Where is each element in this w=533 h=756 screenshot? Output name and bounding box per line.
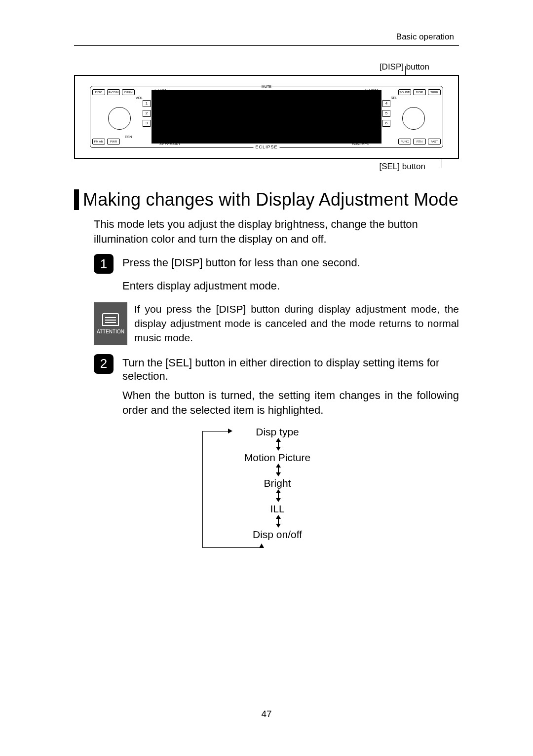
manual-page: Basic operation [DISP] button MUTE DISC …	[0, 0, 533, 756]
stereo-display-screen	[152, 90, 381, 144]
step-body: Enters display adjustment mode.	[122, 279, 459, 293]
left-rotary-knob	[108, 107, 131, 130]
mute-label: MUTE	[262, 85, 271, 88]
preset-1: 1	[143, 100, 151, 107]
stereo-faceplate-outline: MUTE DISC E-COM OPEN SOUND DISP SEEK FM …	[74, 75, 459, 159]
sound-button: SOUND	[398, 89, 411, 95]
stereo-faceplate: MUTE DISC E-COM OPEN SOUND DISP SEEK FM …	[90, 86, 443, 148]
step-1: 1 Press the [DISP] button for less than …	[94, 254, 459, 274]
step-title: Turn the [SEL] button in either directio…	[122, 354, 459, 383]
attention-badge: ATTENTION	[94, 302, 127, 345]
leader-line-sel	[442, 159, 442, 168]
callout-sel-button: [SEL] button	[74, 162, 459, 172]
vol-label: VOL	[136, 96, 143, 100]
ecom-button: E-COM	[107, 89, 120, 95]
pwr-button: PWR	[107, 139, 120, 144]
content-area: [DISP] button MUTE DISC E-COM OPEN SOUND…	[74, 59, 459, 554]
disp-button: DISP	[413, 89, 426, 95]
wma-mp3-label: WMA·MP3	[352, 142, 369, 145]
arrow-up-icon	[259, 543, 264, 548]
updown-arrow-icon	[275, 464, 281, 476]
cycle-loop-line	[202, 431, 203, 547]
func-button: FUNC	[398, 139, 411, 144]
attention-note: ATTENTION If you press the [DISP] button…	[94, 302, 459, 345]
cycle-diagram: Disp type Motion Picture Bright ILL Disp…	[202, 426, 331, 554]
seek-button: SEEK	[428, 89, 441, 95]
disc-button: DISC	[92, 89, 105, 95]
esn-label: ESN	[125, 135, 132, 139]
preset-3: 3	[143, 120, 151, 127]
cycle-item: Disp type	[233, 426, 322, 438]
cycle-item: ILL	[233, 503, 322, 515]
right-rotary-knob-sel	[402, 107, 425, 130]
ecom-brand-label: E-COM	[154, 88, 166, 92]
step-2: 2 Turn the [SEL] button in either direct…	[94, 354, 459, 383]
attention-text: If you press the [DISP] button during di…	[134, 302, 459, 345]
section-heading-row: Making changes with Display Adjustment M…	[74, 189, 459, 210]
open-button: OPEN	[122, 89, 135, 95]
preset-5: 5	[382, 110, 390, 117]
leader-line-disp	[405, 66, 406, 75]
rtn-button: RTN	[413, 139, 426, 144]
preset-2: 2	[143, 110, 151, 117]
intro-paragraph: This mode lets you adjust the display br…	[94, 217, 459, 246]
model-label: CD 8454	[365, 88, 379, 92]
stereo-diagram: MUTE DISC E-COM OPEN SOUND DISP SEEK FM …	[74, 75, 459, 159]
callout-disp-button: [DISP] button	[74, 62, 459, 72]
cycle-item: Bright	[233, 477, 322, 489]
cycle-loop-bottom	[202, 547, 262, 548]
sel-label: SEL	[391, 96, 397, 100]
cycle-item: Motion Picture	[233, 452, 322, 464]
preset-4: 4	[382, 100, 390, 107]
section-heading: Making changes with Display Adjustment M…	[83, 189, 458, 210]
fmam-button: FM AM	[92, 139, 105, 144]
preset-6: 6	[382, 120, 390, 127]
cycle-item: Disp on/off	[233, 529, 322, 540]
updown-arrow-icon	[275, 438, 281, 451]
step-number-badge: 1	[94, 254, 114, 274]
step-title: Press the [DISP] button for less than on…	[122, 254, 360, 274]
fast-button: FAST	[428, 139, 441, 144]
header-rule	[74, 45, 459, 46]
cycle-loop-top	[202, 431, 231, 432]
eclipse-brand: ECLIPSE	[253, 144, 279, 149]
updown-arrow-icon	[275, 489, 281, 502]
updown-arrow-icon	[275, 515, 281, 528]
step-body: When the button is turned, the setting i…	[122, 388, 459, 417]
attention-label: ATTENTION	[97, 329, 124, 334]
header-section: Basic operation	[396, 32, 454, 42]
sv-preout-label: SV PRE-OUT	[159, 142, 181, 145]
arrow-right-icon	[228, 429, 232, 433]
page-number: 47	[261, 709, 271, 720]
section-heading-bar	[74, 189, 79, 210]
step-number-badge: 2	[94, 354, 114, 374]
book-icon	[102, 313, 119, 326]
